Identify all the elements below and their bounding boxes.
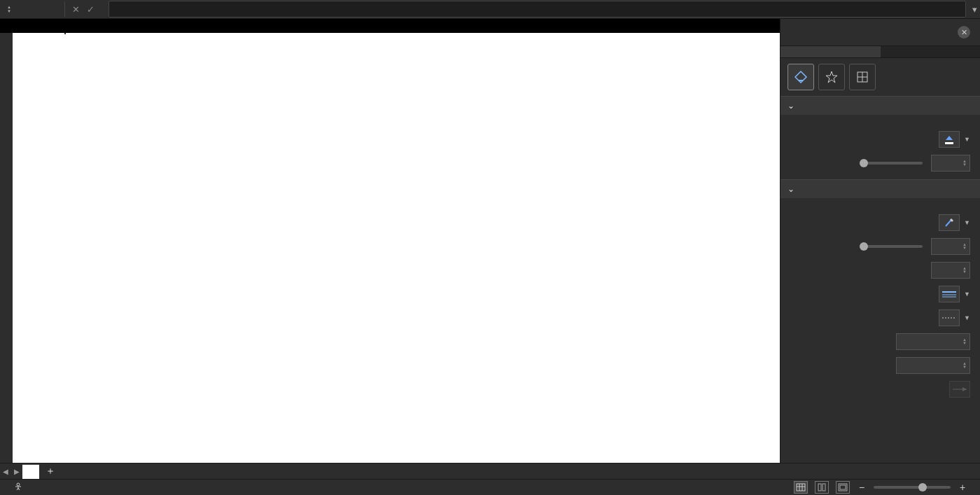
page-break-view-button[interactable]: [836, 481, 850, 494]
svg-marker-10: [962, 387, 967, 391]
shape-options-tab[interactable]: [780, 46, 881, 57]
tab-nav-next[interactable]: ▶: [11, 466, 22, 477]
project-table: [64, 33, 66, 34]
column-headers: [0, 19, 780, 33]
formula-input[interactable]: [108, 1, 966, 18]
svg-rect-17: [822, 484, 825, 491]
name-box[interactable]: ▲▼: [0, 1, 65, 17]
tab-nav-prev[interactable]: ◀: [0, 466, 11, 477]
format-shape-panel: ✕ ⌄ ▼ ▲▼: [780, 19, 980, 463]
sheet-tabs-bar: ◀ ▶ ＋: [0, 463, 980, 479]
begin-arrow-picker[interactable]: [949, 381, 970, 398]
zoom-slider[interactable]: [874, 486, 951, 489]
line-section-header[interactable]: ⌄: [780, 180, 980, 198]
add-sheet-button[interactable]: ＋: [43, 464, 57, 478]
zoom-out-button[interactable]: −: [857, 482, 867, 493]
row-headers: [0, 33, 13, 463]
cells-area[interactable]: [13, 33, 780, 463]
fill-line-icon[interactable]: [788, 64, 814, 90]
chevron-down-icon[interactable]: ▼: [964, 291, 970, 298]
join-type-select[interactable]: ▲▼: [896, 357, 970, 374]
fill-transparency-slider[interactable]: [860, 162, 923, 165]
name-box-stepper[interactable]: ▲▼: [7, 6, 11, 13]
svg-rect-12: [797, 484, 805, 491]
normal-view-button[interactable]: [794, 481, 808, 494]
svg-rect-16: [818, 484, 821, 491]
line-transparency-slider[interactable]: [860, 245, 923, 248]
chevron-down-icon: ⌄: [788, 101, 794, 111]
svg-point-11: [17, 483, 20, 486]
cap-type-select[interactable]: ▲▼: [896, 333, 970, 350]
svg-rect-19: [840, 485, 846, 489]
formula-bar: ▲▼ ✕ ✓ ▾: [0, 0, 980, 19]
zoom-in-button[interactable]: +: [958, 482, 967, 493]
close-panel-button[interactable]: ✕: [958, 26, 970, 39]
status-bar: − +: [0, 479, 980, 495]
line-width-input[interactable]: ▲▼: [931, 262, 970, 279]
chevron-down-icon[interactable]: ▼: [964, 314, 970, 321]
compound-type-picker[interactable]: [939, 286, 960, 302]
svg-rect-4: [945, 142, 953, 144]
effects-icon[interactable]: [818, 64, 845, 90]
fill-color-picker[interactable]: [939, 131, 960, 148]
svg-marker-0: [826, 71, 837, 83]
fill-transparency-input[interactable]: ▲▼: [931, 155, 970, 172]
accessibility-status[interactable]: [14, 482, 22, 492]
chevron-down-icon[interactable]: ▼: [964, 136, 970, 143]
size-properties-icon[interactable]: [849, 64, 876, 90]
chevron-down-icon: ⌄: [788, 184, 794, 194]
chevron-down-icon[interactable]: ▼: [964, 219, 970, 226]
text-options-tab[interactable]: [881, 46, 981, 57]
line-color-picker[interactable]: [939, 214, 960, 231]
page-layout-view-button[interactable]: [815, 481, 829, 494]
fill-section-header[interactable]: ⌄: [780, 97, 980, 115]
dash-type-picker[interactable]: [939, 309, 960, 326]
sheet-tab[interactable]: [22, 464, 39, 479]
line-transparency-input[interactable]: ▲▼: [931, 238, 970, 255]
formula-expand-icon[interactable]: ▾: [969, 4, 980, 15]
cancel-formula-icon[interactable]: ✕: [72, 4, 80, 15]
accept-formula-icon[interactable]: ✓: [87, 4, 94, 15]
